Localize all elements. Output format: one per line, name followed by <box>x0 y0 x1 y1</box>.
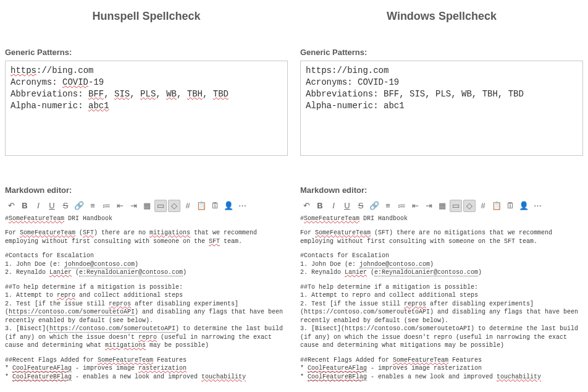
markdown-editor-label: Markdown editor: <box>300 185 583 195</box>
markdown-editor-label: Markdown editor: <box>5 185 288 195</box>
hunspell-markdown-content[interactable]: #SomeFeatureTeam DRI Handbook For SomeFe… <box>5 215 288 381</box>
link-icon[interactable]: 🔗 <box>73 200 85 212</box>
windows-patterns-box: https://bing.com Acronyms: COVID-19 Abbr… <box>300 61 583 156</box>
hash-icon[interactable]: # <box>477 200 489 212</box>
undo-icon[interactable]: ↶ <box>300 200 313 212</box>
underline-icon[interactable]: U <box>46 200 58 212</box>
comparison-columns: Hunspell Spellcheck Generic Patterns: ht… <box>5 7 583 387</box>
hash-icon[interactable]: # <box>182 200 194 212</box>
acronyms-line: Acronyms: COVID-19 <box>10 77 282 88</box>
image-icon[interactable]: ▭ <box>154 200 167 212</box>
image-icon[interactable]: ▭ <box>450 200 462 212</box>
generic-patterns-label: Generic Patterns: <box>5 48 288 57</box>
bold-icon[interactable]: B <box>314 200 326 212</box>
outdent-icon[interactable]: ⇤ <box>114 200 126 212</box>
alpha-line: Alpha-numeric: abc1 <box>10 100 282 112</box>
url-line: https://bing.com <box>306 65 578 77</box>
strike-icon[interactable]: S <box>59 200 72 212</box>
bullet-list-icon[interactable]: ≡ <box>86 200 99 212</box>
user-icon[interactable]: 👤 <box>222 200 235 212</box>
underline-icon[interactable]: U <box>341 200 353 212</box>
italic-icon[interactable]: I <box>32 200 44 212</box>
link-icon[interactable]: 🔗 <box>368 200 380 212</box>
number-list-icon[interactable]: ≔ <box>395 200 408 212</box>
markdown-toolbar: ↶ B I U S 🔗 ≡ ≔ ⇤ ⇥ ▦ ▭ ◇ # 📋 🗓 👤 ⋯ <box>5 198 288 215</box>
italic-icon[interactable]: I <box>327 200 340 212</box>
windows-column: Windows Spellcheck Generic Patterns: htt… <box>300 7 583 387</box>
table-icon[interactable]: ▦ <box>141 200 153 212</box>
hunspell-column: Hunspell Spellcheck Generic Patterns: ht… <box>5 7 288 387</box>
calendar-icon[interactable]: 🗓 <box>209 200 221 212</box>
code-icon[interactable]: ◇ <box>463 200 476 212</box>
user-icon[interactable]: 👤 <box>518 200 530 212</box>
markdown-toolbar: ↶ B I U S 🔗 ≡ ≔ ⇤ ⇥ ▦ ▭ ◇ # 📋 🗓 👤 ⋯ <box>300 198 583 215</box>
strike-icon[interactable]: S <box>355 200 367 212</box>
url-line: https://bing.com <box>10 65 282 77</box>
more-icon[interactable]: ⋯ <box>531 200 544 212</box>
number-list-icon[interactable]: ≔ <box>100 200 112 212</box>
hunspell-patterns-box: https://bing.com Acronyms: COVID-19 Abbr… <box>5 61 288 156</box>
indent-icon[interactable]: ⇥ <box>422 200 435 212</box>
generic-patterns-label: Generic Patterns: <box>300 48 583 57</box>
clipboard-icon[interactable]: 📋 <box>195 200 208 212</box>
table-icon[interactable]: ▦ <box>436 200 448 212</box>
alpha-line: Alpha-numeric: abc1 <box>306 100 578 112</box>
abbrev-line: Abbreviations: BFF, SIS, PLS, WB, TBH, T… <box>306 88 578 100</box>
code-icon[interactable]: ◇ <box>168 200 180 212</box>
more-icon[interactable]: ⋯ <box>236 200 248 212</box>
hunspell-title: Hunspell Spellcheck <box>5 10 288 23</box>
clipboard-icon[interactable]: 📋 <box>490 200 503 212</box>
bullet-list-icon[interactable]: ≡ <box>382 200 394 212</box>
abbrev-line: Abbreviations: BFF, SIS, PLS, WB, TBH, T… <box>10 88 282 100</box>
windows-title: Windows Spellcheck <box>300 10 583 23</box>
acronyms-line: Acronyms: COVID-19 <box>306 77 578 88</box>
calendar-icon[interactable]: 🗓 <box>504 200 516 212</box>
windows-markdown-content[interactable]: #SomeFeatureTeam DRI Handbook For SomeFe… <box>300 215 583 381</box>
outdent-icon[interactable]: ⇤ <box>409 200 421 212</box>
indent-icon[interactable]: ⇥ <box>127 200 140 212</box>
bold-icon[interactable]: B <box>19 200 31 212</box>
undo-icon[interactable]: ↶ <box>5 200 17 212</box>
